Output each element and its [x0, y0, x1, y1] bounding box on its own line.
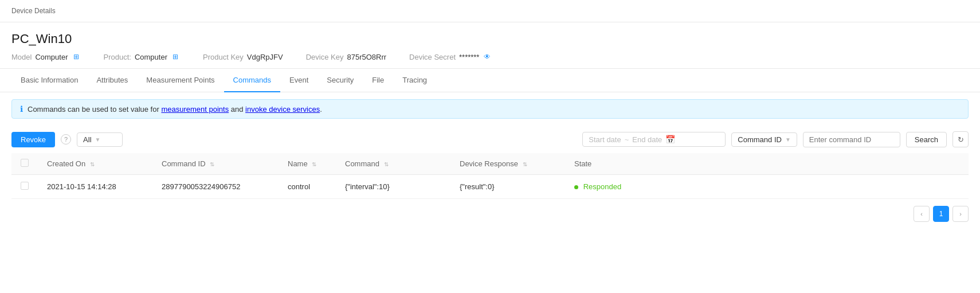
tab-basic-information[interactable]: Basic Information	[11, 69, 87, 92]
revoke-button[interactable]: Revoke	[11, 132, 55, 147]
filter-value: All	[83, 135, 91, 144]
row-device-response: {"result":0}	[450, 175, 565, 199]
status-dot	[574, 185, 578, 189]
command-id-filter[interactable]: Command ID ▼	[731, 132, 797, 147]
page-header: Device Details	[0, 0, 980, 22]
toolbar: Revoke ? All ▼ Start date ~ End date 📅 C…	[0, 126, 980, 153]
help-button[interactable]: ?	[61, 134, 71, 144]
col-checkbox-header	[11, 153, 38, 175]
device-secret-label: Device Secret	[409, 53, 456, 61]
tabs-bar: Basic Information Attributes Measurement…	[0, 69, 980, 92]
device-info-section: PC_Win10 Model Computer ⊞ Product: Compu…	[0, 22, 980, 69]
filter-dropdown[interactable]: All ▼	[77, 132, 123, 147]
search-button[interactable]: Search	[906, 132, 947, 147]
row-state: Responded	[565, 175, 969, 199]
device-secret: Device Secret ******* 👁	[409, 52, 492, 61]
status-text: Responded	[583, 182, 622, 191]
refresh-button[interactable]: ↻	[952, 131, 969, 147]
tab-security[interactable]: Security	[317, 69, 363, 92]
tab-commands[interactable]: Commands	[224, 69, 280, 92]
device-product-key: Product Key VdgRpJFV	[203, 53, 283, 61]
invoke-services-link[interactable]: invoke device services	[245, 105, 320, 114]
sort-icon-created: ⇅	[90, 161, 95, 167]
tab-event[interactable]: Event	[280, 69, 317, 92]
col-state-header: State	[565, 153, 969, 175]
model-value: Computer	[35, 53, 68, 61]
filter-type-label: Command ID	[738, 135, 782, 144]
col-command-header: Command ⇅	[336, 153, 450, 175]
tab-attributes[interactable]: Attributes	[87, 69, 137, 92]
chevron-right-icon: ›	[959, 210, 962, 217]
product-key-value: VdgRpJFV	[247, 53, 283, 61]
calendar-icon: 📅	[665, 135, 675, 144]
search-input[interactable]	[803, 132, 900, 147]
table-header-row: Created On ⇅ Command ID ⇅ Name ⇅ Command…	[11, 153, 969, 175]
info-icon: ℹ	[20, 104, 23, 114]
model-label: Model	[11, 53, 32, 61]
page-1-button[interactable]: 1	[933, 206, 949, 222]
product-search-icon[interactable]: ⊞	[171, 52, 180, 61]
device-product: Product: Computer ⊞	[104, 52, 181, 61]
end-date-placeholder: End date	[632, 135, 662, 144]
device-model: Model Computer ⊞	[11, 52, 81, 61]
product-key-label: Product Key	[203, 53, 244, 61]
banner-text: Commands can be used to set value for me…	[28, 105, 322, 114]
table-container: Created On ⇅ Command ID ⇅ Name ⇅ Command…	[0, 153, 980, 199]
product-label: Product:	[104, 53, 131, 61]
chevron-down-icon: ▼	[95, 136, 101, 143]
col-command-id-header: Command ID ⇅	[152, 153, 279, 175]
start-date-placeholder: Start date	[589, 135, 621, 144]
tab-tracing[interactable]: Tracing	[393, 69, 436, 92]
chevron-down-icon-2: ▼	[785, 136, 791, 143]
col-created-on-header: Created On ⇅	[38, 153, 152, 175]
sort-icon-name: ⇅	[312, 161, 316, 167]
product-value: Computer	[135, 53, 167, 61]
device-secret-value: *******	[459, 53, 479, 61]
device-key-value: 875r5O8Rrr	[347, 53, 386, 61]
row-checkbox[interactable]	[21, 182, 29, 190]
date-separator: ~	[625, 135, 629, 144]
next-page-button[interactable]: ›	[952, 206, 969, 222]
row-name: control	[279, 175, 336, 199]
sort-icon-response: ⇅	[523, 161, 527, 167]
row-command-id: 2897790053224906752	[152, 175, 279, 199]
sort-icon-cmdid: ⇅	[210, 161, 214, 167]
prev-page-button[interactable]: ‹	[914, 206, 930, 222]
device-key: Device Key 875r5O8Rrr	[306, 53, 386, 61]
eye-icon[interactable]: 👁	[483, 52, 492, 61]
info-banner: ℹ Commands can be used to set value for …	[11, 99, 969, 119]
measurement-points-link[interactable]: measurement points	[161, 105, 229, 114]
sort-icon-command: ⇅	[384, 161, 389, 167]
chevron-left-icon: ‹	[920, 210, 923, 217]
commands-table: Created On ⇅ Command ID ⇅ Name ⇅ Command…	[11, 153, 969, 199]
col-name-header: Name ⇅	[279, 153, 336, 175]
col-device-response-header: Device Response ⇅	[450, 153, 565, 175]
device-key-label: Device Key	[306, 53, 344, 61]
table-row: 2021-10-15 14:14:28 2897790053224906752 …	[11, 175, 969, 199]
tab-file[interactable]: File	[363, 69, 393, 92]
header-checkbox[interactable]	[21, 159, 29, 167]
row-checkbox-cell	[11, 175, 38, 199]
row-created-on: 2021-10-15 14:14:28	[38, 175, 152, 199]
pagination: ‹ 1 ›	[0, 199, 980, 229]
date-range-picker[interactable]: Start date ~ End date 📅	[582, 132, 726, 147]
model-search-icon[interactable]: ⊞	[72, 52, 81, 61]
tab-measurement-points[interactable]: Measurement Points	[137, 69, 224, 92]
device-name: PC_Win10	[11, 32, 969, 46]
row-command: {"interval":10}	[336, 175, 450, 199]
